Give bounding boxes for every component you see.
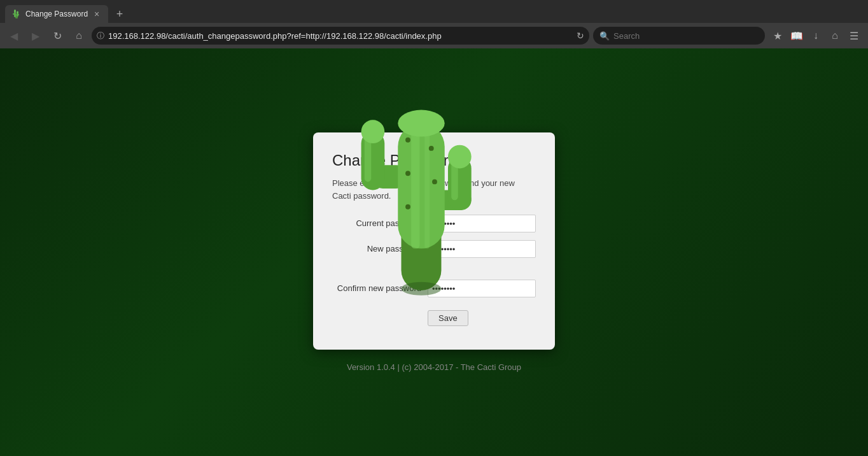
svg-point-18 — [429, 146, 434, 151]
tab-bar: Change Password × + — [0, 0, 868, 23]
close-tab-button[interactable]: × — [92, 9, 102, 19]
reader-icon: 📖 — [790, 30, 803, 42]
svg-point-6 — [17, 11, 18, 13]
save-button[interactable]: Save — [428, 310, 468, 326]
svg-rect-14 — [424, 124, 430, 249]
svg-point-22 — [398, 110, 444, 137]
tab-favicon-icon — [11, 9, 22, 19]
address-bar[interactable] — [108, 31, 573, 41]
back-button[interactable]: ◀ — [5, 27, 23, 45]
address-bar-container: ⓘ ↻ — [92, 27, 589, 45]
svg-point-25 — [402, 282, 442, 296]
refresh-button[interactable]: ↻ — [48, 27, 66, 45]
forward-icon: ▶ — [32, 30, 39, 42]
svg-point-17 — [405, 138, 410, 143]
download-icon: ↓ — [813, 30, 818, 41]
address-refresh-icon[interactable]: ↻ — [577, 31, 584, 41]
search-input[interactable] — [613, 31, 759, 41]
bookmark-icon: ★ — [773, 30, 782, 42]
svg-point-20 — [432, 179, 437, 184]
svg-rect-3 — [13, 13, 16, 15]
svg-rect-12 — [398, 124, 444, 249]
tab-title: Change Password — [25, 10, 88, 18]
forward-button[interactable]: ▶ — [27, 27, 45, 45]
svg-point-5 — [14, 10, 16, 12]
refresh-icon: ↻ — [53, 30, 62, 42]
svg-point-23 — [361, 120, 385, 143]
info-icon[interactable]: ⓘ — [97, 31, 104, 41]
back-icon: ◀ — [10, 30, 18, 42]
download-button[interactable]: ↓ — [807, 27, 825, 45]
home-button[interactable]: ⌂ — [70, 27, 88, 45]
menu-icon: ☰ — [850, 30, 858, 42]
svg-point-24 — [448, 145, 472, 169]
page-content: Change Password Please enter your curren… — [0, 48, 868, 456]
nav-bar: ◀ ▶ ↻ ⌂ ⓘ ↻ 🔍 ★ 📖 ↓ — [0, 23, 868, 48]
nav-action-icons: ★ 📖 ↓ ⌂ ☰ — [769, 27, 863, 45]
svg-rect-4 — [17, 14, 19, 15]
new-tab-button[interactable]: + — [111, 5, 129, 23]
search-bar-container: 🔍 — [593, 27, 765, 45]
home-nav-button[interactable]: ⌂ — [826, 27, 844, 45]
bookmark-button[interactable]: ★ — [769, 27, 787, 45]
home-icon: ⌂ — [76, 30, 82, 41]
cactus-logo — [300, 82, 542, 299]
card-wrapper: Change Password Please enter your curren… — [313, 132, 555, 350]
home-nav-icon: ⌂ — [832, 30, 838, 41]
save-row: Save — [332, 305, 536, 326]
reader-button[interactable]: 📖 — [788, 27, 806, 45]
svg-rect-13 — [411, 124, 419, 249]
search-icon: 🔍 — [599, 31, 610, 41]
svg-point-19 — [405, 171, 410, 176]
browser-chrome: Change Password × + ◀ ▶ ↻ ⌂ ⓘ ↻ 🔍 ★ — [0, 0, 868, 48]
menu-button[interactable]: ☰ — [845, 27, 863, 45]
footer-text: Version 1.0.4 | (c) 2004-2017 - The Cact… — [347, 362, 521, 372]
svg-point-21 — [405, 204, 410, 210]
active-tab[interactable]: Change Password × — [5, 5, 108, 23]
